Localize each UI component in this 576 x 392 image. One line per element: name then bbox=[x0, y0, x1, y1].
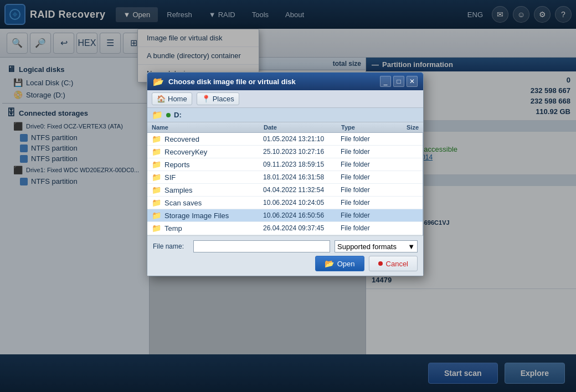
file-dialog: 📂 Choose disk image file or virtual disk… bbox=[147, 72, 424, 276]
file-row-1[interactable]: 📁RecoveryKey 25.10.2023 10:27:16 File fo… bbox=[147, 146, 423, 158]
file-row-2[interactable]: 📁Reports 09.11.2023 18:59:15 File folder bbox=[147, 158, 423, 171]
format-select[interactable]: Supported formats ▼ bbox=[335, 240, 418, 252]
file-row-0[interactable]: 📁Recovered 01.05.2024 13:21:10 File fold… bbox=[147, 133, 423, 146]
col-date[interactable]: Date bbox=[264, 124, 341, 131]
file-list-header: Name Date Type Size bbox=[147, 122, 423, 133]
dialog-close[interactable]: ✕ bbox=[407, 76, 418, 87]
file-row-4[interactable]: 📁Samples 04.04.2022 11:32:54 File folder bbox=[147, 184, 423, 197]
filename-label: File name: bbox=[153, 243, 189, 250]
dialog-toolbar: 🏠 Home 📍 Places bbox=[147, 90, 423, 108]
file-row-5[interactable]: 📁Scan saves 10.06.2024 10:24:05 File fol… bbox=[147, 197, 423, 209]
dialog-title: 📂 Choose disk image file or virtual disk bbox=[153, 76, 296, 87]
dialog-controls: _ □ ✕ bbox=[380, 76, 418, 87]
col-size-header[interactable]: Size bbox=[385, 124, 419, 131]
dialog-actions: 📂 Open Cancel bbox=[153, 256, 418, 271]
cancel-dot-icon bbox=[378, 261, 383, 266]
dialog-icon: 📂 bbox=[153, 76, 164, 87]
folder-icon-4: 📁 bbox=[152, 185, 161, 194]
dialog-location-bar: 📁 D: bbox=[147, 108, 423, 122]
folder-icon-7: 📁 bbox=[152, 224, 161, 233]
folder-icon-6: 📁 bbox=[152, 211, 161, 220]
location-text: D: bbox=[174, 111, 182, 119]
dialog-footer: File name: Supported formats ▼ 📂 Open Ca… bbox=[147, 235, 423, 276]
open-folder-icon: 📂 bbox=[325, 259, 334, 268]
dialog-places-btn[interactable]: 📍 Places bbox=[197, 92, 239, 105]
file-row-6[interactable]: 📁Storage Image Files 10.06.2024 16:50:56… bbox=[147, 209, 423, 222]
folder-icon-1: 📁 bbox=[152, 147, 161, 156]
col-type[interactable]: Type bbox=[341, 124, 385, 131]
folder-icon-3: 📁 bbox=[152, 173, 161, 182]
dialog-cancel-button[interactable]: Cancel bbox=[369, 256, 418, 271]
dropdown-arrow-icon: ▼ bbox=[408, 243, 415, 251]
folder-icon-5: 📁 bbox=[152, 198, 161, 207]
location-folder-icon: 📁 bbox=[152, 110, 163, 120]
filename-input[interactable] bbox=[193, 240, 330, 252]
file-list-body: 📁Recovered 01.05.2024 13:21:10 File fold… bbox=[147, 133, 423, 235]
file-row-7[interactable]: 📁Temp 26.04.2024 09:37:45 File folder bbox=[147, 222, 423, 235]
folder-icon-0: 📁 bbox=[152, 135, 161, 143]
location-status-dot bbox=[166, 113, 171, 117]
places-icon: 📍 bbox=[202, 95, 210, 103]
file-row-3[interactable]: 📁SIF 18.01.2024 16:31:58 File folder bbox=[147, 171, 423, 184]
dialog-open-button[interactable]: 📂 Open bbox=[315, 256, 364, 271]
folder-icon-2: 📁 bbox=[152, 160, 161, 169]
dialog-home-btn[interactable]: 🏠 Home bbox=[152, 92, 192, 105]
filename-row: File name: Supported formats ▼ bbox=[153, 240, 418, 252]
col-name[interactable]: Name bbox=[152, 124, 264, 131]
dialog-title-bar: 📂 Choose disk image file or virtual disk… bbox=[147, 73, 423, 90]
dialog-minimize[interactable]: _ bbox=[380, 76, 391, 87]
home-icon: 🏠 bbox=[157, 95, 166, 103]
dialog-maximize[interactable]: □ bbox=[393, 76, 404, 87]
